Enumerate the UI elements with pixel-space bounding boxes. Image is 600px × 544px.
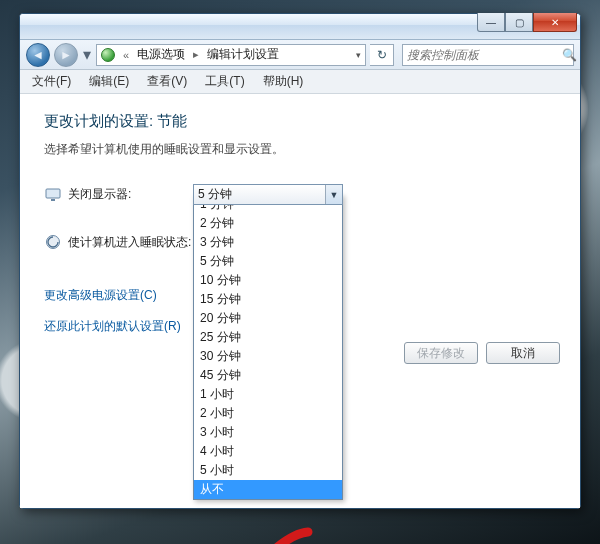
dropdown-option[interactable]: 15 分钟 <box>194 290 342 309</box>
dropdown-option[interactable]: 3 小时 <box>194 423 342 442</box>
page-title: 更改计划的设置: 节能 <box>44 112 556 131</box>
menu-edit[interactable]: 编辑(E) <box>81 71 137 92</box>
link-restore-defaults[interactable]: 还原此计划的默认设置(R) <box>44 318 181 335</box>
dropdown-list[interactable]: 1 分钟2 分钟3 分钟5 分钟10 分钟15 分钟20 分钟25 分钟30 分… <box>193 194 343 500</box>
page-subtext: 选择希望计算机使用的睡眠设置和显示设置。 <box>44 141 556 158</box>
menu-view[interactable]: 查看(V) <box>139 71 195 92</box>
menu-tools[interactable]: 工具(T) <box>197 71 252 92</box>
dropdown-option[interactable]: 25 分钟 <box>194 328 342 347</box>
breadcrumb-edit-plan[interactable]: 编辑计划设置 <box>207 46 279 63</box>
dropdown-option[interactable]: 10 分钟 <box>194 271 342 290</box>
label-turn-off-display: 关闭显示器: <box>68 186 193 203</box>
dropdown-option[interactable]: 45 分钟 <box>194 366 342 385</box>
cancel-button[interactable]: 取消 <box>486 342 560 364</box>
address-bar[interactable]: « 电源选项 ▸ 编辑计划设置 ▾ <box>96 44 366 66</box>
breadcrumb-power[interactable]: 电源选项 <box>137 46 185 63</box>
combo-value: 5 分钟 <box>198 186 232 203</box>
maximize-button[interactable]: ▢ <box>505 13 533 32</box>
dropdown-option[interactable]: 1 小时 <box>194 385 342 404</box>
control-panel-icon <box>101 48 115 62</box>
search-box[interactable]: 🔍 <box>402 44 574 66</box>
arrow-left-icon: ◄ <box>32 49 44 61</box>
save-button[interactable]: 保存修改 <box>404 342 478 364</box>
search-icon: 🔍 <box>562 48 577 62</box>
dropdown-option[interactable]: 2 小时 <box>194 404 342 423</box>
search-input[interactable] <box>407 48 558 62</box>
menu-file[interactable]: 文件(F) <box>24 71 79 92</box>
explorer-window: — ▢ ✕ ◄ ► ▾ « 电源选项 ▸ 编辑计划设置 ▾ ↻ 🔍 文件(F) … <box>19 13 581 509</box>
chevron-down-icon: ▼ <box>330 190 339 200</box>
minimize-button[interactable]: — <box>477 13 505 32</box>
label-sleep: 使计算机进入睡眠状态: <box>68 234 193 251</box>
breadcrumb-sep: « <box>121 49 131 61</box>
dropdown-option[interactable]: 5 小时 <box>194 461 342 480</box>
dropdown-option[interactable]: 2 分钟 <box>194 214 342 233</box>
dropdown-option[interactable]: 从不 <box>194 480 342 499</box>
content-area: 更改计划的设置: 节能 选择希望计算机使用的睡眠设置和显示设置。 关闭显示器: … <box>20 94 580 508</box>
monitor-icon <box>44 186 62 204</box>
combo-drop-button[interactable]: ▼ <box>325 185 342 204</box>
refresh-icon: ↻ <box>377 48 387 62</box>
breadcrumb-sep-icon: ▸ <box>191 48 201 61</box>
dropdown-option[interactable]: 20 分钟 <box>194 309 342 328</box>
combo-turn-off-display[interactable]: 5 分钟 ▼ <box>193 184 343 205</box>
dialog-buttons: 保存修改 取消 <box>404 342 560 364</box>
svg-rect-1 <box>51 199 55 201</box>
dropdown-option[interactable]: 3 分钟 <box>194 233 342 252</box>
nav-forward-button[interactable]: ► <box>54 43 78 67</box>
menubar: 文件(F) 编辑(E) 查看(V) 工具(T) 帮助(H) <box>20 70 580 94</box>
menu-help[interactable]: 帮助(H) <box>255 71 312 92</box>
arrow-right-icon: ► <box>60 49 72 61</box>
svg-rect-0 <box>46 189 60 198</box>
close-button[interactable]: ✕ <box>533 13 577 32</box>
nav-history-dropdown[interactable]: ▾ <box>82 45 92 64</box>
titlebar[interactable]: — ▢ ✕ <box>20 14 580 40</box>
address-bar-row: ◄ ► ▾ « 电源选项 ▸ 编辑计划设置 ▾ ↻ 🔍 <box>20 40 580 70</box>
nav-back-button[interactable]: ◄ <box>26 43 50 67</box>
link-advanced-power[interactable]: 更改高级电源设置(C) <box>44 287 157 304</box>
dropdown-option[interactable]: 5 分钟 <box>194 252 342 271</box>
address-dropdown-icon[interactable]: ▾ <box>356 50 361 60</box>
dropdown-option[interactable]: 4 小时 <box>194 442 342 461</box>
dropdown-option[interactable]: 30 分钟 <box>194 347 342 366</box>
refresh-button[interactable]: ↻ <box>370 44 394 66</box>
sleep-icon <box>44 233 62 251</box>
row-turn-off-display: 关闭显示器: 5 分钟 ▼ <box>44 184 556 205</box>
